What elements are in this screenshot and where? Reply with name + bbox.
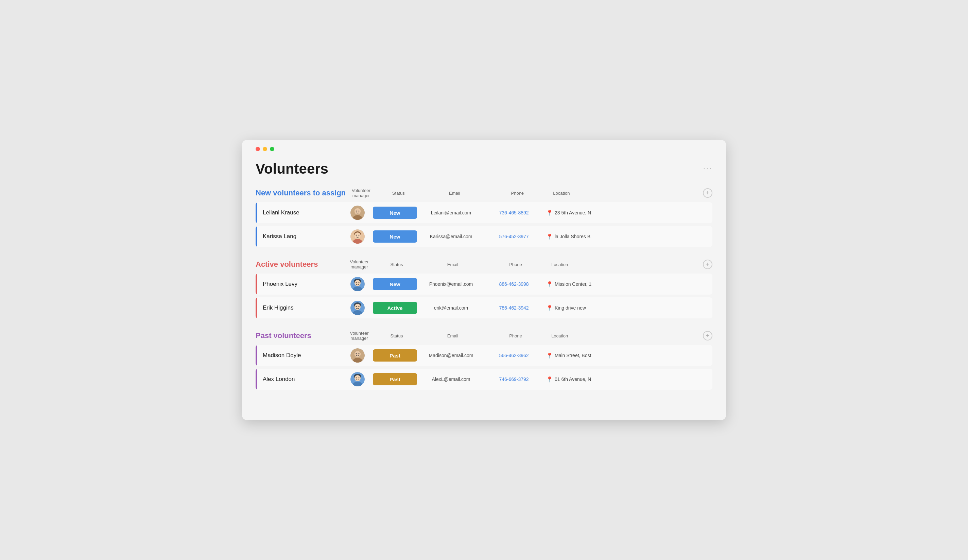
location-cell: 📍23 5th Avenue, N: [543, 210, 713, 216]
app-window: Volunteers ··· New volunteers to assignV…: [242, 140, 726, 420]
add-volunteer-button-active[interactable]: +: [703, 260, 713, 269]
status-badge: Past: [373, 349, 417, 361]
col-header-manager: Volunteer manager: [346, 188, 376, 198]
col-header-status: Status: [375, 333, 419, 338]
table-row[interactable]: Erik Higgins Activeerik@email.com786-462…: [255, 297, 713, 318]
add-volunteer-button-past[interactable]: +: [703, 331, 713, 340]
section-new-col-headers: Volunteer managerStatusEmailPhoneLocatio…: [346, 188, 703, 198]
location-cell: 📍01 6th Avenue, N: [543, 376, 713, 383]
email-cell: erik@email.com: [417, 305, 485, 311]
email-cell: Karissa@email.com: [417, 234, 485, 239]
col-header-manager: Volunteer manager: [344, 259, 375, 270]
volunteer-name: Madison Doyle: [257, 352, 342, 359]
svg-point-4: [356, 211, 357, 212]
location-icon: 📍: [546, 281, 553, 287]
volunteer-manager-cell: [342, 372, 373, 386]
avatar: [350, 277, 365, 291]
status-badge: Active: [373, 302, 417, 314]
section-past-header: Past volunteersVolunteer managerStatusEm…: [255, 331, 713, 341]
svg-point-35: [358, 378, 360, 379]
svg-point-27: [355, 351, 361, 357]
location-icon: 📍: [546, 376, 553, 383]
svg-point-22: [356, 306, 357, 307]
table-row[interactable]: Karissa Lang NewKarissa@email.com576-452…: [255, 226, 713, 247]
svg-point-17: [358, 282, 360, 283]
col-header-email: Email: [421, 191, 489, 196]
svg-point-16: [356, 282, 357, 283]
status-badge: Past: [373, 373, 417, 385]
table-row[interactable]: Leilani Krause NewLeilani@email.com736-4…: [255, 202, 713, 223]
add-volunteer-button-new[interactable]: +: [703, 188, 713, 198]
col-header-location: Location: [546, 191, 703, 196]
col-header-status: Status: [375, 262, 419, 267]
page-title: Volunteers: [255, 161, 328, 177]
table-row[interactable]: Madison Doyle PastMadison@email.com566-4…: [255, 345, 713, 366]
svg-point-23: [358, 306, 360, 307]
svg-point-34: [356, 378, 357, 379]
col-header-phone: Phone: [487, 333, 545, 338]
location-cell: 📍Mission Center, 1: [543, 281, 713, 287]
col-header-location: Location: [545, 333, 703, 338]
location-text: King drive new: [555, 305, 586, 311]
col-header-email: Email: [419, 262, 487, 267]
volunteer-manager-cell: [342, 205, 373, 220]
phone-cell[interactable]: 566-462-3962: [485, 353, 543, 358]
status-cell: Active: [373, 302, 417, 314]
section-active-col-headers: Volunteer managerStatusEmailPhoneLocatio…: [344, 259, 703, 270]
status-cell: Past: [373, 373, 417, 385]
volunteer-name: Leilani Krause: [257, 209, 342, 216]
status-badge: New: [373, 207, 417, 219]
email-cell: Leilani@email.com: [417, 210, 485, 215]
location-text: Main Street, Bost: [555, 353, 591, 358]
svg-point-10: [356, 235, 357, 236]
phone-cell[interactable]: 886-462-3998: [485, 282, 543, 287]
location-cell: 📍King drive new: [543, 305, 713, 311]
svg-point-32: [355, 375, 361, 381]
phone-cell[interactable]: 736-465-8892: [485, 210, 543, 215]
phone-cell[interactable]: 746-669-3792: [485, 376, 543, 382]
email-cell: AlexL@email.com: [417, 376, 485, 382]
svg-point-29: [358, 353, 360, 355]
volunteer-name: Alex London: [257, 376, 342, 383]
section-active-title: Active volunteers: [255, 260, 344, 269]
status-badge: New: [373, 230, 417, 243]
col-header-email: Email: [419, 333, 487, 338]
location-icon: 📍: [546, 210, 553, 216]
row-data: NewPhoenix@email.com886-462-3998📍Mission…: [342, 277, 713, 291]
table-row[interactable]: Phoenix Levy NewPhoenix@email.com886-462…: [255, 273, 713, 295]
section-new: New volunteers to assignVolunteer manage…: [255, 188, 713, 247]
minimize-button[interactable]: [263, 147, 267, 151]
phone-cell[interactable]: 786-462-3942: [485, 305, 543, 311]
section-past-title: Past volunteers: [255, 331, 344, 340]
fullscreen-button[interactable]: [270, 147, 274, 151]
location-icon: 📍: [546, 305, 553, 311]
col-header-location: Location: [545, 262, 703, 267]
status-cell: New: [373, 230, 417, 243]
close-button[interactable]: [255, 147, 260, 151]
avatar: [350, 372, 365, 386]
phone-cell[interactable]: 576-452-3977: [485, 234, 543, 239]
location-icon: 📍: [546, 234, 553, 240]
status-cell: Past: [373, 349, 417, 361]
status-badge: New: [373, 278, 417, 290]
location-text: la Jolla Shores B: [555, 234, 590, 239]
svg-point-5: [358, 211, 360, 212]
volunteer-manager-cell: [342, 348, 373, 363]
svg-point-28: [356, 353, 357, 355]
volunteer-name: Karissa Lang: [257, 233, 342, 240]
col-header-status: Status: [376, 191, 421, 196]
row-data: NewKarissa@email.com576-452-3977📍la Joll…: [342, 229, 713, 244]
volunteer-manager-cell: [342, 277, 373, 291]
location-text: Mission Center, 1: [555, 282, 592, 287]
status-cell: New: [373, 207, 417, 219]
location-cell: 📍la Jolla Shores B: [543, 234, 713, 240]
col-header-manager: Volunteer manager: [344, 331, 375, 341]
avatar: [350, 301, 365, 315]
table-row[interactable]: Alex London PastAlexL@email.com746-669-3…: [255, 369, 713, 390]
row-data: PastMadison@email.com566-462-3962📍Main S…: [342, 348, 713, 363]
section-past: Past volunteersVolunteer managerStatusEm…: [255, 331, 713, 390]
more-options-button[interactable]: ···: [703, 164, 713, 173]
section-past-col-headers: Volunteer managerStatusEmailPhoneLocatio…: [344, 331, 703, 341]
svg-point-8: [355, 232, 361, 239]
volunteer-manager-cell: [342, 229, 373, 244]
